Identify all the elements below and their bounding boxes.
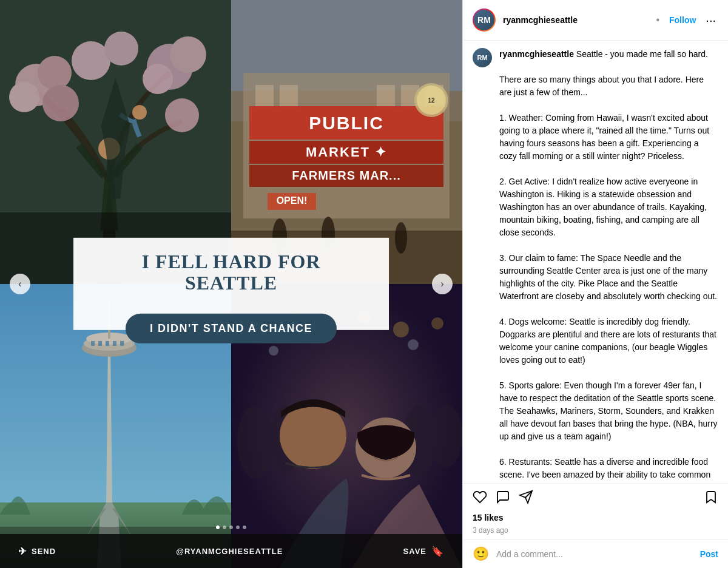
svg-text:MARKET ✦: MARKET ✦ bbox=[306, 144, 387, 160]
save-label: SAVE bbox=[403, 547, 426, 556]
emoji-button[interactable]: 🙂 bbox=[473, 546, 489, 562]
svg-rect-50 bbox=[120, 341, 124, 346]
svg-rect-19 bbox=[255, 85, 274, 109]
dot-1[interactable] bbox=[216, 526, 220, 529]
bookmark-button[interactable] bbox=[704, 490, 718, 507]
dot-3[interactable] bbox=[229, 526, 233, 529]
post-header: RM ryanmcghieseattle • Follow ··· bbox=[463, 0, 728, 41]
svg-text:FARMERS MAR...: FARMERS MAR... bbox=[292, 169, 401, 182]
caption-p2: 1. Weather: Coming from Hawaii, I wasn't… bbox=[499, 113, 709, 161]
caption-p5: 4. Dogs welcome: Seattle is incredibly d… bbox=[499, 317, 716, 365]
svg-rect-48 bbox=[106, 341, 109, 346]
svg-rect-47 bbox=[98, 341, 102, 346]
send-button[interactable]: ✈ SEND bbox=[18, 546, 56, 557]
svg-point-2 bbox=[38, 56, 72, 90]
left-panel: PUBLIC MARKET ✦ FARMERS MAR... 12 OPEN! bbox=[0, 0, 462, 568]
svg-rect-21 bbox=[377, 85, 395, 109]
next-arrow[interactable]: › bbox=[432, 274, 453, 294]
slide-indicators bbox=[216, 526, 246, 529]
svg-point-3 bbox=[9, 82, 39, 112]
action-bar bbox=[463, 483, 728, 510]
svg-text:PUBLIC: PUBLIC bbox=[309, 113, 384, 133]
caption-username[interactable]: ryanmcghieseattle bbox=[499, 49, 574, 59]
send-icon: ✈ bbox=[18, 546, 27, 557]
comments-section[interactable]: RM ryanmcghieseattle Seattle - you made … bbox=[463, 41, 728, 483]
commenter-avatar[interactable]: RM bbox=[473, 48, 492, 67]
follow-button[interactable]: Follow bbox=[669, 15, 696, 25]
caption-comment: RM ryanmcghieseattle Seattle - you made … bbox=[473, 48, 718, 483]
caption-body: ryanmcghieseattle Seattle - you made me … bbox=[499, 48, 718, 483]
prev-arrow[interactable]: ‹ bbox=[10, 274, 30, 294]
send-label: SEND bbox=[32, 547, 56, 556]
post-time: 3 days ago bbox=[463, 525, 728, 539]
comment-input[interactable] bbox=[496, 549, 693, 559]
bottom-bar: ✈ SEND @RYANMCGHIESEATTLE SAVE 🔖 bbox=[0, 534, 462, 568]
caption-p7: 6. Resturants: Seattle has a diverse and… bbox=[499, 457, 710, 483]
comment-button[interactable] bbox=[496, 490, 510, 507]
caption-p3: 2. Get Active: I didn't realize how acti… bbox=[499, 177, 707, 237]
svg-point-7 bbox=[42, 85, 79, 121]
svg-point-8 bbox=[165, 98, 199, 132]
svg-point-5 bbox=[170, 36, 206, 73]
bookmark-icon: 🔖 bbox=[431, 546, 444, 557]
svg-rect-20 bbox=[280, 85, 298, 109]
overlay-text: I FELL HARD FOR SEATTLE I DIDN'T STAND A… bbox=[73, 238, 389, 330]
caption-p1: There are so many things about you that … bbox=[499, 75, 704, 97]
chevron-left-icon: ‹ bbox=[18, 279, 21, 289]
svg-point-12 bbox=[132, 105, 147, 120]
chevron-right-icon: › bbox=[440, 279, 443, 289]
user-avatar[interactable]: RM bbox=[473, 8, 496, 32]
dot-5[interactable] bbox=[243, 526, 246, 529]
right-panel: RM ryanmcghieseattle • Follow ··· RM rya… bbox=[462, 0, 728, 568]
svg-text:12: 12 bbox=[428, 97, 435, 104]
caption-p6: 5. Sports galore: Even though I'm a fore… bbox=[499, 380, 718, 441]
more-options-button[interactable]: ··· bbox=[703, 13, 718, 27]
svg-point-10 bbox=[104, 32, 138, 66]
likes-count[interactable]: 15 likes bbox=[463, 510, 728, 525]
overlay-title: I FELL HARD FOR SEATTLE bbox=[98, 251, 365, 294]
post-username: @RYANMCGHIESEATTLE bbox=[176, 547, 283, 556]
header-username[interactable]: ryanmcghieseattle bbox=[503, 15, 646, 25]
overlay-subtitle: I DIDN'T STAND A CHANCE bbox=[126, 314, 337, 343]
dot-4[interactable] bbox=[236, 526, 240, 529]
svg-point-6 bbox=[143, 64, 173, 94]
svg-rect-49 bbox=[113, 341, 116, 346]
caption-p4: 3. Our claim to fame: The Space Needle a… bbox=[499, 253, 717, 301]
share-button[interactable] bbox=[519, 490, 533, 507]
svg-rect-46 bbox=[91, 341, 95, 346]
title-box: I FELL HARD FOR SEATTLE I DIDN'T STAND A… bbox=[73, 238, 389, 330]
svg-point-11 bbox=[98, 138, 120, 160]
add-comment-bar: 🙂 Post bbox=[463, 539, 728, 568]
save-button[interactable]: SAVE 🔖 bbox=[403, 546, 444, 557]
avatar-initials: RM bbox=[474, 10, 494, 30]
caption-bold-text: Seattle - you made me fall so hard. bbox=[576, 49, 708, 59]
svg-text:OPEN!: OPEN! bbox=[277, 195, 308, 206]
like-button[interactable] bbox=[473, 490, 487, 507]
post-comment-button[interactable]: Post bbox=[700, 549, 718, 559]
svg-point-38 bbox=[395, 222, 407, 254]
dot-2[interactable] bbox=[223, 526, 226, 529]
separator: • bbox=[656, 15, 659, 25]
avatar-initials-small: RM bbox=[477, 54, 487, 61]
